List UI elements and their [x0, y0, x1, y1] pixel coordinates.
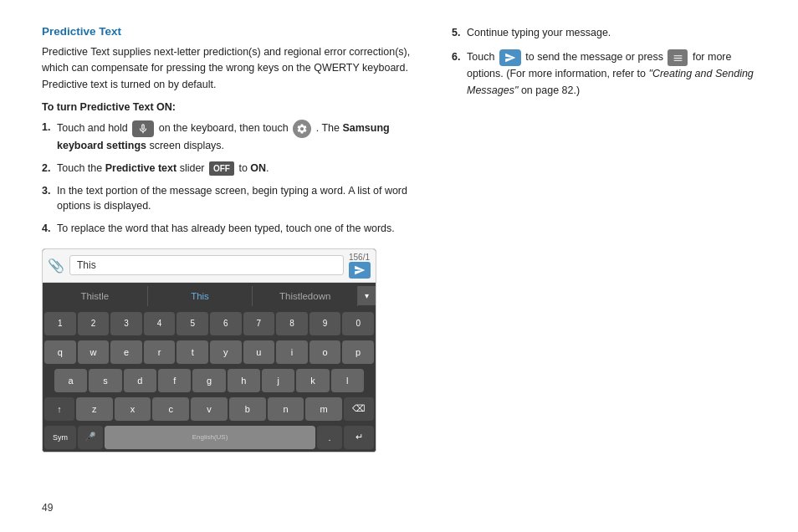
key-o[interactable]: o	[309, 340, 341, 364]
pred-word-2[interactable]: This	[148, 286, 253, 306]
key-k[interactable]: k	[296, 369, 329, 392]
key-3[interactable]: 3	[110, 312, 142, 335]
gear-settings-icon	[293, 120, 311, 138]
step-5-content: Continue typing your message.	[467, 25, 765, 41]
key-v[interactable]: v	[191, 397, 228, 421]
send-icon-box	[349, 262, 371, 279]
step-6-num: 6.	[452, 49, 467, 65]
step-4-content: To replace the word that has already bee…	[57, 221, 427, 237]
delete-key[interactable]: ⌫	[344, 397, 374, 421]
key-2[interactable]: 2	[78, 312, 110, 335]
predictive-text-bold: Predictive text	[105, 162, 176, 174]
on-text: ON	[250, 162, 266, 174]
key-a[interactable]: a	[54, 369, 87, 392]
key-t[interactable]: t	[176, 340, 208, 364]
step-5-num: 5.	[452, 25, 467, 41]
key-0[interactable]: 0	[342, 312, 374, 335]
pred-word-1[interactable]: Thistle	[43, 286, 148, 306]
sym-key[interactable]: Sym	[44, 426, 76, 449]
key-u[interactable]: u	[243, 340, 275, 364]
key-i[interactable]: i	[276, 340, 308, 364]
key-b[interactable]: b	[229, 397, 266, 421]
key-q[interactable]: q	[44, 340, 76, 364]
key-e[interactable]: e	[110, 340, 142, 364]
number-row: 1 2 3 4 5 6 7 8 9 0	[43, 309, 376, 338]
key-g[interactable]: g	[192, 369, 225, 392]
step-3: 3. In the text portion of the message sc…	[42, 183, 427, 215]
key-h[interactable]: h	[228, 369, 260, 392]
step-2-content: Touch the Predictive text slider OFF to …	[57, 161, 427, 176]
pred-word-3[interactable]: Thistledown	[253, 286, 358, 306]
message-input[interactable]: This	[69, 255, 344, 275]
section-title: Predictive Text	[42, 25, 427, 38]
step-6: 6. Touch to send the message or press fo…	[452, 49, 765, 99]
key-y[interactable]: y	[210, 340, 242, 364]
key-6[interactable]: 6	[210, 312, 242, 335]
key-s[interactable]: s	[89, 369, 121, 392]
period-key[interactable]: .	[317, 426, 342, 449]
instruction-header: To turn Predictive Text ON:	[42, 101, 427, 113]
mic-key-icon	[132, 120, 154, 137]
step-3-content: In the text portion of the message scree…	[57, 183, 427, 215]
key-9[interactable]: 9	[309, 312, 341, 335]
step-1-content: Touch and hold on the keyboard, then tou…	[57, 120, 427, 154]
key-m[interactable]: m	[305, 397, 342, 421]
key-w[interactable]: w	[78, 340, 110, 364]
row-qwerty: q w e r t y u i o p	[43, 338, 376, 366]
key-1[interactable]: 1	[44, 312, 76, 335]
step-1: 1. Touch and hold on the keyboard, then …	[42, 120, 427, 154]
bottom-row: Sym 🎤 English(US) . ↵	[43, 423, 376, 452]
key-7[interactable]: 7	[243, 312, 275, 335]
key-l[interactable]: l	[331, 369, 364, 392]
attach-icon: 📎	[48, 258, 64, 274]
step-2: 2. Touch the Predictive text slider OFF …	[42, 161, 427, 176]
pred-dropdown-icon[interactable]: ▾	[358, 286, 376, 305]
lang-label: English(US)	[192, 433, 228, 441]
samsung-keyboard-bold: Samsung keyboard settings	[57, 122, 390, 151]
reference-link: "Creating and Sending Messages"	[467, 68, 754, 95]
off-badge: OFF	[209, 161, 234, 176]
right-column: 5. Continue typing your message. 6. Touc…	[452, 25, 765, 507]
row-asdf: a s d f g h j k l	[43, 366, 376, 395]
steps-list: 1. Touch and hold on the keyboard, then …	[42, 120, 427, 237]
key-p[interactable]: p	[342, 340, 374, 364]
predictive-bar: Thistle This Thistledown ▾	[43, 283, 376, 309]
key-4[interactable]: 4	[144, 312, 176, 335]
key-j[interactable]: j	[262, 369, 294, 392]
keyboard-screenshot: 📎 This 156/1 Thistle This Thistledown ▾ …	[42, 248, 376, 453]
key-c[interactable]: c	[152, 397, 189, 421]
message-bar: 📎 This 156/1	[43, 249, 376, 283]
key-n[interactable]: n	[268, 397, 304, 421]
send-message-icon	[499, 49, 521, 66]
enter-key[interactable]: ↵	[344, 426, 374, 449]
page-container: Predictive Text Predictive Text supplies…	[0, 0, 798, 532]
key-f[interactable]: f	[158, 369, 191, 392]
step-2-num: 2.	[42, 161, 57, 176]
space-key[interactable]: English(US)	[105, 426, 315, 449]
mic-key[interactable]: 🎤	[78, 426, 103, 449]
options-menu-icon	[668, 49, 688, 66]
key-8[interactable]: 8	[276, 312, 308, 335]
row-zxcv: ↑ z x c v b n m ⌫	[43, 395, 376, 423]
intro-text: Predictive Text supplies next-letter pre…	[42, 44, 427, 93]
step-5: 5. Continue typing your message.	[452, 25, 765, 41]
key-z[interactable]: z	[76, 397, 113, 421]
key-d[interactable]: d	[124, 369, 156, 392]
step-4-num: 4.	[42, 221, 57, 237]
step-6-content: Touch to send the message or press for m…	[467, 49, 765, 99]
key-x[interactable]: x	[115, 397, 151, 421]
step-3-num: 3.	[42, 183, 57, 199]
shift-key[interactable]: ↑	[44, 397, 74, 421]
key-r[interactable]: r	[144, 340, 176, 364]
key-5[interactable]: 5	[176, 312, 208, 335]
step-4: 4. To replace the word that has already …	[42, 221, 427, 237]
char-count: 156/1	[349, 253, 371, 262]
step-1-num: 1.	[42, 120, 57, 136]
left-column: Predictive Text Predictive Text supplies…	[42, 25, 427, 507]
char-count-area: 156/1	[349, 253, 371, 279]
right-steps-list: 5. Continue typing your message. 6. Touc…	[452, 25, 765, 99]
page-number: 49	[42, 502, 53, 514]
